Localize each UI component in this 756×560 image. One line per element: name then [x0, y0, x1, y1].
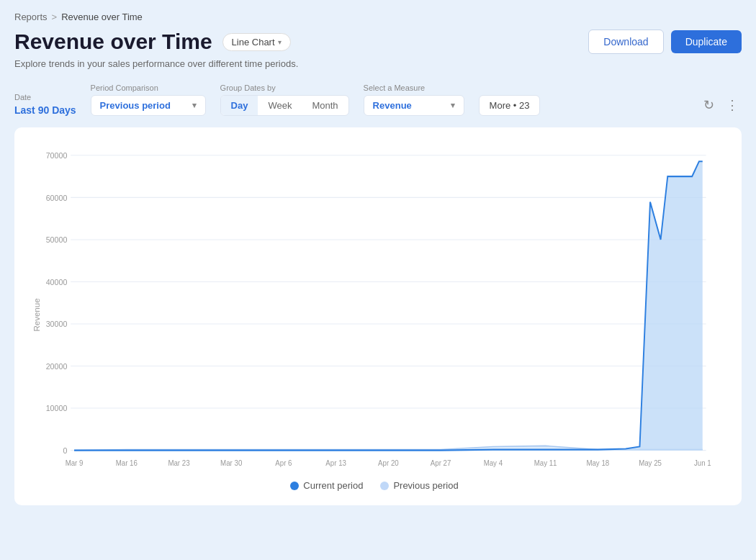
period-filter-group: Period Comparison Previous period ▾ — [91, 83, 206, 116]
period-filter-label: Period Comparison — [91, 83, 206, 92]
group-week-button[interactable]: Week — [258, 96, 302, 115]
current-period-area — [74, 161, 703, 450]
chevron-down-icon: ▾ — [278, 38, 282, 46]
more-options-button[interactable]: ⋮ — [723, 94, 742, 116]
svg-text:Mar 9: Mar 9 — [66, 459, 84, 466]
duplicate-button[interactable]: Duplicate — [671, 30, 742, 53]
svg-text:10000: 10000 — [46, 404, 68, 412]
chevron-down-icon: ▾ — [451, 101, 455, 110]
legend-previous: Previous period — [380, 480, 458, 491]
period-filter-value: Previous period — [100, 100, 171, 111]
svg-text:40000: 40000 — [46, 277, 68, 286]
date-filter-group: Date Last 90 Days — [14, 93, 76, 116]
chart-type-label: Line Chart — [232, 37, 275, 48]
group-dates-buttons: Day Week Month — [220, 95, 349, 116]
legend-current: Current period — [290, 480, 363, 491]
svg-text:20000: 20000 — [46, 361, 68, 370]
toolbar-right: ↻ ⋮ — [701, 94, 742, 116]
measure-filter-value: Revenue — [373, 100, 412, 111]
current-period-line — [74, 161, 703, 450]
svg-text:Apr 20: Apr 20 — [378, 459, 399, 466]
svg-text:May 4: May 4 — [484, 459, 503, 466]
group-dates-filter-group: Group Dates by Day Week Month — [220, 83, 349, 116]
previous-period-dot — [380, 482, 389, 490]
page-subtitle: Explore trends in your sales performance… — [14, 58, 742, 69]
download-button[interactable]: Download — [588, 30, 663, 54]
refresh-button[interactable]: ↻ — [701, 94, 717, 116]
filters-row: Date Last 90 Days Period Comparison Prev… — [14, 83, 742, 116]
group-day-button[interactable]: Day — [221, 96, 258, 115]
svg-text:Jun 1: Jun 1 — [694, 459, 711, 466]
svg-text:Apr 13: Apr 13 — [325, 459, 346, 466]
svg-text:50000: 50000 — [46, 235, 68, 244]
chart-inner: 0 10000 20000 30000 40000 50000 60000 70… — [29, 142, 720, 473]
svg-text:Mar 16: Mar 16 — [116, 459, 138, 466]
chart-svg: 0 10000 20000 30000 40000 50000 60000 70… — [29, 142, 720, 473]
svg-text:May 11: May 11 — [534, 459, 557, 466]
chart-type-selector[interactable]: Line Chart ▾ — [222, 33, 291, 51]
breadcrumb-current: Revenue over Time — [61, 12, 143, 22]
more-button[interactable]: More • 23 — [479, 95, 541, 116]
page-header: Revenue over Time Line Chart ▾ Download … — [14, 30, 742, 54]
svg-text:Revenue: Revenue — [32, 298, 41, 331]
breadcrumb-separator: > — [52, 12, 58, 22]
breadcrumb: Reports > Revenue over Time — [14, 12, 742, 22]
svg-text:Apr 6: Apr 6 — [275, 459, 292, 466]
date-filter-label: Date — [14, 93, 76, 101]
chart-container: 0 10000 20000 30000 40000 50000 60000 70… — [14, 127, 742, 505]
header-actions: Download Duplicate — [588, 30, 742, 54]
current-period-dot — [290, 482, 299, 490]
chevron-down-icon: ▾ — [192, 101, 197, 110]
svg-text:May 18: May 18 — [586, 459, 609, 466]
svg-text:30000: 30000 — [46, 320, 68, 328]
svg-text:Mar 30: Mar 30 — [220, 459, 243, 466]
breadcrumb-parent[interactable]: Reports — [14, 12, 48, 22]
svg-text:Apr 27: Apr 27 — [431, 459, 451, 466]
svg-text:0: 0 — [63, 446, 67, 454]
more-vertical-icon: ⋮ — [726, 97, 739, 113]
chart-legend: Current period Previous period — [29, 480, 720, 491]
measure-filter-label: Select a Measure — [364, 83, 464, 92]
svg-text:May 25: May 25 — [639, 459, 662, 466]
group-month-button[interactable]: Month — [302, 96, 348, 115]
current-period-label: Current period — [303, 480, 363, 491]
svg-text:70000: 70000 — [46, 151, 68, 160]
svg-text:Mar 23: Mar 23 — [168, 459, 190, 466]
page-title: Revenue over Time — [14, 30, 212, 54]
period-filter-select[interactable]: Previous period ▾ — [91, 95, 206, 116]
date-filter-value[interactable]: Last 90 Days — [14, 104, 76, 116]
group-dates-label: Group Dates by — [220, 83, 349, 92]
svg-text:Comparison Transaction Day: Comparison Transaction Day — [334, 472, 443, 473]
svg-text:60000: 60000 — [46, 193, 68, 202]
measure-filter-group: Select a Measure Revenue ▾ — [364, 83, 464, 116]
previous-period-label: Previous period — [393, 480, 458, 491]
title-row: Revenue over Time Line Chart ▾ — [14, 30, 291, 54]
refresh-icon: ↻ — [703, 97, 714, 113]
measure-filter-select[interactable]: Revenue ▾ — [364, 95, 464, 116]
